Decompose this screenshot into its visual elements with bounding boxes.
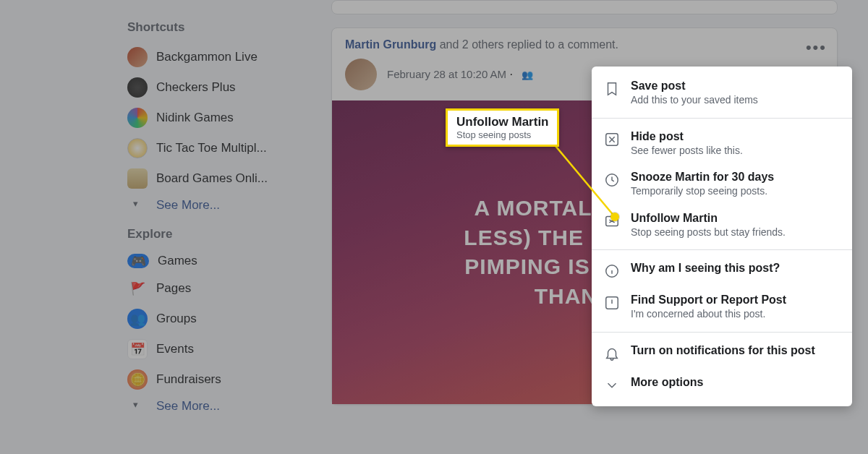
menu-item-title: Save post — [631, 79, 841, 93]
menu-item-title: Hide post — [631, 129, 841, 144]
pages-icon: 🚩 — [127, 278, 148, 299]
clock-icon — [603, 171, 621, 189]
chevron-down-icon — [603, 377, 621, 394]
post-header: Martin Grunburg and 2 others replied to … — [332, 28, 837, 59]
sidebar-item-backgammon[interactable]: Backgammon Live — [116, 42, 304, 72]
alert-icon — [603, 294, 621, 312]
menu-hide-post[interactable]: Hide postSee fewer posts like this. — [592, 123, 852, 164]
menu-separator — [592, 249, 852, 250]
post-options-menu: Save postAdd this to your saved items Hi… — [592, 67, 852, 406]
post-options-button[interactable]: ••• — [806, 38, 827, 57]
info-icon — [603, 262, 621, 280]
sidebar-item-label: Groups — [156, 312, 197, 326]
author-avatar[interactable] — [345, 59, 377, 90]
sidebar-item-tictactoe[interactable]: Tic Tac Toe Multipl... — [116, 133, 304, 163]
sidebar-item-label: Events — [156, 342, 194, 356]
x-box-icon — [603, 131, 621, 148]
annotation-arrow-dot — [610, 213, 619, 221]
menu-separator — [592, 118, 852, 119]
left-sidebar: Shortcuts Backgammon Live Checkers Plus … — [116, 0, 304, 418]
sidebar-item-nidink[interactable]: Nidink Games — [116, 103, 304, 133]
app-icon — [127, 47, 148, 67]
menu-item-subtitle: Temporarily stop seeing posts. — [631, 185, 841, 198]
sidebar-item-label: Pages — [156, 281, 191, 296]
post-timestamp[interactable]: February 28 at 10:20 AM — [387, 68, 506, 80]
menu-item-subtitle: Stop seeing posts but stay friends. — [631, 226, 841, 239]
sidebar-item-events[interactable]: 📅 Events — [116, 334, 304, 364]
sidebar-item-fundraisers[interactable]: 🪙 Fundraisers — [116, 364, 304, 395]
privacy-icon[interactable]: 👥 — [522, 69, 533, 80]
app-icon — [127, 138, 148, 158]
app-icon — [127, 168, 148, 189]
callout-title: Unfollow Martin — [456, 115, 548, 129]
menu-more-options[interactable]: More options — [592, 369, 852, 401]
menu-item-subtitle: Add this to your saved items — [631, 94, 841, 107]
menu-item-subtitle: I'm concerned about this post. — [631, 308, 841, 321]
menu-why-seeing[interactable]: Why am I seeing this post? — [592, 254, 852, 286]
bookmark-icon — [603, 80, 621, 98]
sidebar-item-label: Fundraisers — [156, 372, 221, 387]
menu-item-title: Find Support or Report Post — [631, 293, 841, 307]
sidebar-item-label: Backgammon Live — [156, 50, 258, 64]
menu-save-post[interactable]: Save postAdd this to your saved items — [592, 72, 852, 113]
sidebar-item-groups[interactable]: 👥 Groups — [116, 304, 304, 334]
reply-rest: and 2 others replied to a comment. — [436, 38, 618, 51]
sidebar-item-label: Games — [158, 254, 197, 268]
menu-item-title: Unfollow Martin — [631, 211, 841, 226]
menu-item-title: Snooze Martin for 30 days — [631, 170, 841, 184]
sidebar-item-games[interactable]: 🎮 Games — [116, 249, 304, 273]
events-icon: 📅 — [127, 339, 148, 359]
composer-stub[interactable] — [331, 0, 838, 14]
fundraisers-icon: 🪙 — [127, 369, 148, 390]
reply-author-link[interactable]: Martin Grunburg — [345, 38, 436, 51]
menu-item-title: More options — [631, 375, 841, 390]
menu-separator — [592, 332, 852, 333]
sidebar-item-checkers[interactable]: Checkers Plus — [116, 72, 304, 103]
menu-item-subtitle: See fewer posts like this. — [631, 145, 841, 158]
explore-heading: Explore — [127, 227, 304, 241]
reply-line: Martin Grunburg and 2 others replied to … — [345, 38, 824, 51]
menu-notifications[interactable]: Turn on notifications for this post — [592, 337, 852, 369]
sidebar-item-boardgames[interactable]: Board Games Onli... — [116, 163, 304, 194]
menu-snooze[interactable]: Snooze Martin for 30 daysTemporarily sto… — [592, 163, 852, 205]
annotation-callout: Unfollow Martin Stop seeing posts — [446, 108, 559, 147]
shortcuts-heading: Shortcuts — [127, 20, 304, 35]
bell-icon — [603, 345, 621, 362]
see-more-explore[interactable]: See More... — [116, 395, 304, 418]
sidebar-item-label: Board Games Onli... — [156, 171, 268, 186]
menu-unfollow[interactable]: Unfollow MartinStop seeing posts but sta… — [592, 205, 852, 246]
menu-item-title: Turn on notifications for this post — [631, 343, 841, 358]
timestamp-dot: · — [510, 68, 516, 80]
sidebar-item-label: Checkers Plus — [156, 80, 236, 95]
app-icon — [127, 77, 148, 98]
callout-subtitle: Stop seeing posts — [456, 129, 548, 140]
sidebar-item-label: Tic Tac Toe Multipl... — [156, 141, 267, 155]
menu-item-title: Why am I seeing this post? — [631, 261, 841, 275]
groups-icon: 👥 — [127, 309, 148, 329]
sidebar-item-label: Nidink Games — [156, 111, 234, 125]
see-more-shortcuts[interactable]: See More... — [116, 194, 304, 217]
games-icon: 🎮 — [127, 254, 149, 268]
sidebar-item-pages[interactable]: 🚩 Pages — [116, 273, 304, 304]
app-icon — [127, 108, 148, 128]
menu-report[interactable]: Find Support or Report PostI'm concerned… — [592, 286, 852, 327]
